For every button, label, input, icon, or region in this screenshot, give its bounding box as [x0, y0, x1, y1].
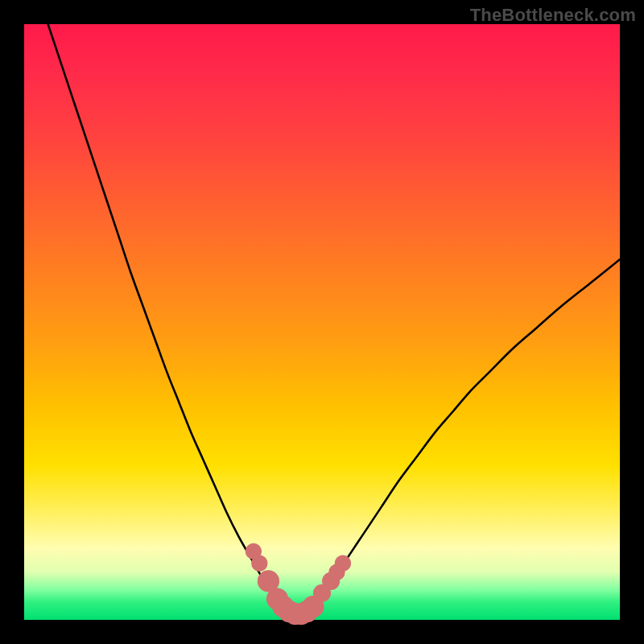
bottleneck-curve	[48, 24, 620, 615]
marker-dots	[246, 543, 351, 625]
chart-svg	[24, 24, 620, 620]
watermark-text: TheBottleneck.com	[470, 5, 636, 26]
marker-dot	[251, 555, 267, 571]
chart-container: TheBottleneck.com	[0, 0, 644, 644]
curve-paths	[48, 24, 620, 615]
marker-dot	[335, 555, 351, 571]
plot-area	[24, 24, 620, 620]
